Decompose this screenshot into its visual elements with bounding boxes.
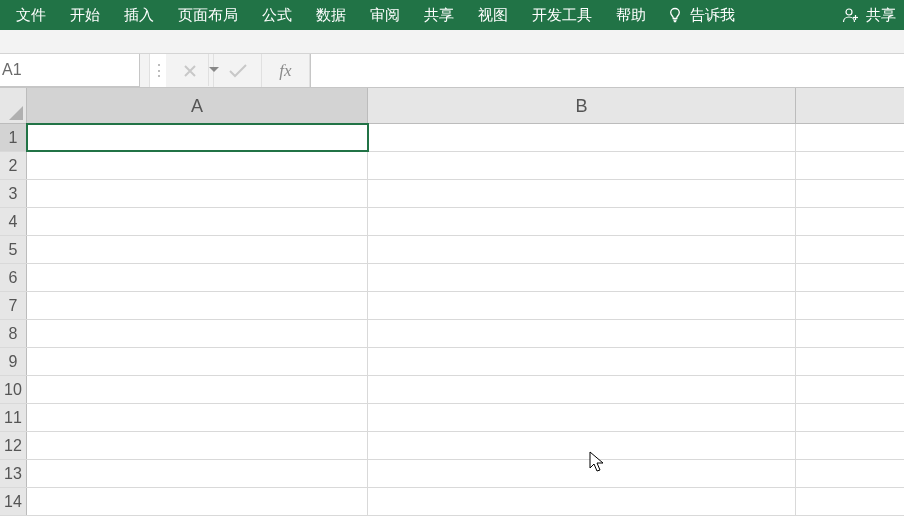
tab-insert[interactable]: 插入 <box>112 0 166 30</box>
cell[interactable] <box>368 320 796 347</box>
row-header-13[interactable]: 13 <box>0 460 27 487</box>
cell[interactable] <box>796 348 904 375</box>
cell[interactable] <box>368 292 796 319</box>
cell[interactable] <box>368 180 796 207</box>
cell[interactable] <box>796 488 904 515</box>
cell[interactable] <box>27 264 368 291</box>
cell[interactable] <box>368 488 796 515</box>
tell-me-button[interactable]: 告诉我 <box>666 6 735 25</box>
row-header-7[interactable]: 7 <box>0 292 27 319</box>
ribbon-tabs: 文件 开始 插入 页面布局 公式 数据 审阅 共享 视图 开发工具 帮助 <box>4 0 658 30</box>
tab-formulas[interactable]: 公式 <box>250 0 304 30</box>
grid-row: 4 <box>0 208 904 236</box>
spreadsheet-grid: A B 1234567891011121314 <box>0 88 904 516</box>
column-header-next[interactable] <box>796 88 904 123</box>
row-header-9[interactable]: 9 <box>0 348 27 375</box>
cell[interactable] <box>27 404 368 431</box>
enter-formula-button[interactable] <box>214 54 262 87</box>
cell[interactable] <box>796 292 904 319</box>
cell[interactable] <box>796 404 904 431</box>
cell[interactable] <box>796 320 904 347</box>
cell[interactable] <box>368 348 796 375</box>
grid-row: 6 <box>0 264 904 292</box>
cell[interactable] <box>368 152 796 179</box>
tab-review[interactable]: 审阅 <box>358 0 412 30</box>
cell[interactable] <box>796 236 904 263</box>
tab-data[interactable]: 数据 <box>304 0 358 30</box>
row-header-1[interactable]: 1 <box>0 124 27 151</box>
cell[interactable] <box>27 124 368 151</box>
row-header-14[interactable]: 14 <box>0 488 27 515</box>
cell[interactable] <box>796 432 904 459</box>
cell[interactable] <box>368 460 796 487</box>
cell[interactable] <box>27 348 368 375</box>
name-box-container <box>0 54 140 87</box>
row-header-6[interactable]: 6 <box>0 264 27 291</box>
person-add-icon <box>842 6 860 24</box>
cell[interactable] <box>27 152 368 179</box>
cell[interactable] <box>796 460 904 487</box>
grid-row: 14 <box>0 488 904 516</box>
cell[interactable] <box>368 124 796 151</box>
grid-row: 8 <box>0 320 904 348</box>
cell[interactable] <box>27 460 368 487</box>
cell[interactable] <box>27 208 368 235</box>
tab-view[interactable]: 视图 <box>466 0 520 30</box>
cell[interactable] <box>27 236 368 263</box>
tab-help[interactable]: 帮助 <box>604 0 658 30</box>
lightbulb-icon <box>666 6 684 24</box>
cell[interactable] <box>27 376 368 403</box>
cell[interactable] <box>796 152 904 179</box>
cell[interactable] <box>796 208 904 235</box>
chevron-down-icon <box>209 67 219 73</box>
cell[interactable] <box>368 208 796 235</box>
grid-row: 1 <box>0 124 904 152</box>
tab-page-layout[interactable]: 页面布局 <box>166 0 250 30</box>
formula-bar: ⋮ fx <box>0 54 904 88</box>
grid-row: 13 <box>0 460 904 488</box>
row-header-12[interactable]: 12 <box>0 432 27 459</box>
cell[interactable] <box>368 236 796 263</box>
row-header-4[interactable]: 4 <box>0 208 27 235</box>
row-header-11[interactable]: 11 <box>0 404 27 431</box>
column-header-b[interactable]: B <box>368 88 796 123</box>
name-box-dropdown[interactable] <box>208 54 219 86</box>
cell[interactable] <box>368 264 796 291</box>
row-header-2[interactable]: 2 <box>0 152 27 179</box>
tab-developer[interactable]: 开发工具 <box>520 0 604 30</box>
insert-function-button[interactable]: fx <box>262 54 310 87</box>
row-header-10[interactable]: 10 <box>0 376 27 403</box>
tab-share[interactable]: 共享 <box>412 0 466 30</box>
cell[interactable] <box>27 488 368 515</box>
cell[interactable] <box>27 320 368 347</box>
select-all-corner[interactable] <box>0 88 27 123</box>
grid-row: 5 <box>0 236 904 264</box>
cell[interactable] <box>796 376 904 403</box>
cell[interactable] <box>368 432 796 459</box>
grid-row: 10 <box>0 376 904 404</box>
grid-row: 12 <box>0 432 904 460</box>
cell[interactable] <box>796 180 904 207</box>
cell[interactable] <box>27 180 368 207</box>
cell[interactable] <box>368 376 796 403</box>
tab-file[interactable]: 文件 <box>4 0 58 30</box>
tab-home[interactable]: 开始 <box>58 0 112 30</box>
cell[interactable] <box>368 404 796 431</box>
column-header-a[interactable]: A <box>27 88 368 123</box>
row-header-3[interactable]: 3 <box>0 180 27 207</box>
row-header-5[interactable]: 5 <box>0 236 27 263</box>
ribbon-content-strip <box>0 30 904 54</box>
name-box-input[interactable] <box>0 61 208 79</box>
cell[interactable] <box>796 124 904 151</box>
row-header-8[interactable]: 8 <box>0 320 27 347</box>
grid-row: 7 <box>0 292 904 320</box>
share-label: 共享 <box>866 6 896 25</box>
formula-input[interactable] <box>310 54 904 87</box>
cell[interactable] <box>27 292 368 319</box>
fx-icon: fx <box>279 61 291 81</box>
cell[interactable] <box>27 432 368 459</box>
share-button[interactable]: 共享 <box>842 6 896 25</box>
cell[interactable] <box>796 264 904 291</box>
tell-me-label: 告诉我 <box>690 6 735 25</box>
grid-row: 9 <box>0 348 904 376</box>
